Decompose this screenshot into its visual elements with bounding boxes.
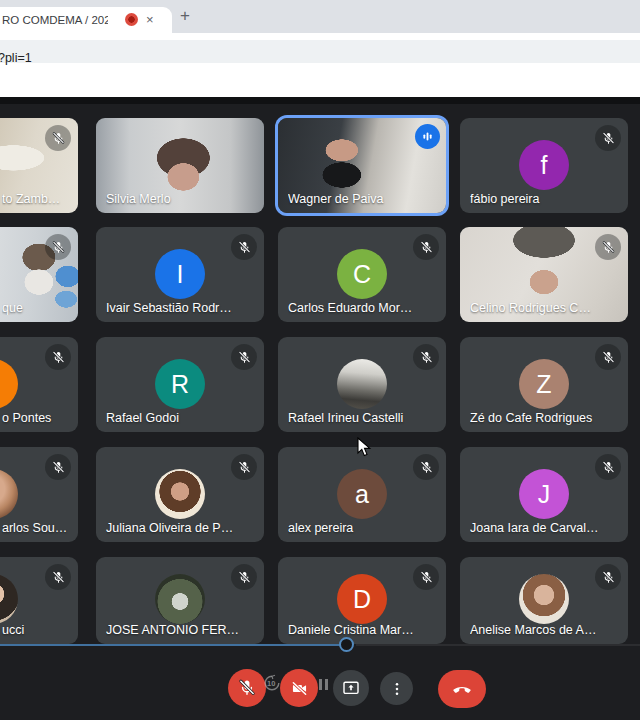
participant-tile[interactable]: R Rafael Godoi — [96, 337, 264, 432]
avatar-photo — [519, 574, 569, 624]
tab-title: RO COMDEMA / 202 — [2, 14, 108, 26]
new-tab-button[interactable]: + — [180, 6, 190, 26]
participant-name: Rafael Irineu Castelli — [288, 411, 438, 425]
participant-tile[interactable]: D Daniele Cristina Mar… — [278, 557, 446, 644]
participant-tile[interactable]: to Zamb… — [0, 118, 78, 213]
mic-muted-icon — [595, 454, 621, 480]
recording-dot-icon — [125, 13, 138, 26]
avatar: R — [155, 359, 205, 409]
mic-muted-icon — [413, 454, 439, 480]
mic-muted-icon — [45, 234, 71, 260]
avatar: I — [155, 249, 205, 299]
participant-tile[interactable]: Anelise Marcos de A… — [460, 557, 628, 644]
camera-toggle-button[interactable] — [280, 669, 318, 707]
avatar-photo — [0, 574, 18, 624]
participant-tile[interactable]: Silvia Merlo — [96, 118, 264, 213]
avatar: C — [337, 249, 387, 299]
avatar: Z — [519, 359, 569, 409]
participant-name: Ivair Sebastião Rodr… — [106, 301, 256, 315]
participant-name: Rafael Godoi — [106, 411, 256, 425]
audio-level-icon — [415, 124, 440, 149]
mic-muted-icon — [45, 125, 71, 151]
mic-muted-icon — [231, 564, 257, 590]
avatar-photo — [0, 469, 18, 519]
participant-tile[interactable]: C Carlos Eduardo Mor… — [278, 227, 446, 322]
mic-muted-icon — [595, 564, 621, 590]
scrubber-track-played[interactable] — [0, 644, 340, 646]
rewind-10-overlay-icon: 10 — [263, 674, 281, 692]
participant-name: JOSE ANTONIO FER… — [106, 623, 256, 637]
mic-muted-icon — [595, 344, 621, 370]
participant-name: Wagner de Paiva — [288, 192, 438, 206]
mic-muted-icon — [231, 344, 257, 370]
participant-name: Anelise Marcos de A… — [470, 623, 620, 637]
participant-tile[interactable]: ucci — [0, 557, 78, 644]
mic-muted-icon — [231, 454, 257, 480]
participant-tile[interactable]: I Ivair Sebastião Rodr… — [96, 227, 264, 322]
avatar: J — [519, 469, 569, 519]
meet-window: RO COMDEMA / 202 × + p?pli=1 to Zamb… Si… — [0, 0, 640, 720]
active-tab[interactable]: RO COMDEMA / 202 × — [0, 7, 172, 33]
participant-tile[interactable]: JOSE ANTONIO FER… — [96, 557, 264, 644]
more-options-icon — [388, 680, 406, 698]
participant-name: alex pereira — [288, 521, 438, 535]
mouse-cursor — [357, 437, 372, 462]
more-options-button[interactable] — [380, 672, 413, 705]
avatar: D — [337, 574, 387, 624]
page-top-strip — [0, 97, 640, 104]
present-screen-button[interactable] — [333, 670, 369, 706]
mic-muted-icon — [45, 454, 71, 480]
avatar-photo — [155, 574, 205, 624]
hang-up-icon — [450, 677, 474, 701]
participant-name: Zé do Cafe Rodrigues — [470, 411, 620, 425]
participant-tile-speaking[interactable]: Wagner de Paiva — [278, 118, 446, 213]
participant-tile[interactable]: o Pontes — [0, 337, 78, 432]
mic-muted-icon — [45, 344, 71, 370]
participant-name: que — [2, 301, 70, 315]
mic-muted-icon — [45, 564, 71, 590]
participant-name: Daniele Cristina Mar… — [288, 623, 438, 637]
address-bar[interactable]: p?pli=1 — [0, 40, 640, 63]
participant-tile[interactable]: Z Zé do Cafe Rodrigues — [460, 337, 628, 432]
avatar: f — [519, 140, 569, 190]
scrubber-handle[interactable] — [339, 637, 354, 652]
participant-tile[interactable]: Juliana Oliveira de P… — [96, 447, 264, 542]
avatar: a — [337, 469, 387, 519]
browser-toolbar: p?pli=1 — [0, 33, 640, 97]
avatar-photo — [337, 359, 387, 409]
pause-overlay-icon — [319, 679, 328, 690]
scrubber-track-remaining[interactable] — [356, 644, 640, 646]
participant-name: Joana Iara de Carval… — [470, 521, 620, 535]
mic-muted-icon — [413, 344, 439, 370]
avatar — [0, 359, 18, 409]
participant-tile[interactable]: J Joana Iara de Carval… — [460, 447, 628, 542]
participant-tile[interactable]: f fábio pereira — [460, 118, 628, 213]
mic-muted-icon — [413, 564, 439, 590]
mic-muted-icon — [595, 234, 621, 260]
participant-tile[interactable]: arlos Sou… — [0, 447, 78, 542]
mic-muted-icon — [595, 125, 621, 151]
participant-name: Juliana Oliveira de P… — [106, 521, 256, 535]
present-screen-icon — [341, 678, 361, 698]
participant-name: o Pontes — [2, 411, 70, 425]
participant-tile[interactable]: Celino Rodrigues C… — [460, 227, 628, 322]
participant-name: fábio pereira — [470, 192, 620, 206]
mic-off-icon — [237, 678, 257, 698]
participant-name: Carlos Eduardo Mor… — [288, 301, 438, 315]
hang-up-button[interactable] — [438, 670, 486, 708]
participant-name: arlos Sou… — [2, 521, 70, 535]
participant-name: Silvia Merlo — [106, 192, 256, 206]
mic-toggle-button[interactable] — [228, 669, 266, 707]
mic-muted-icon — [413, 234, 439, 260]
avatar-photo — [155, 469, 205, 519]
participant-tile[interactable]: que — [0, 227, 78, 322]
participant-tile[interactable]: Rafael Irineu Castelli — [278, 337, 446, 432]
mic-muted-icon — [231, 234, 257, 260]
tab-close-icon[interactable]: × — [146, 11, 154, 28]
participant-name: to Zamb… — [2, 192, 70, 206]
browser-tab-strip: RO COMDEMA / 202 × + — [0, 0, 640, 33]
participant-name: ucci — [2, 623, 70, 637]
url-text: p?pli=1 — [0, 51, 32, 65]
participant-name: Celino Rodrigues C… — [470, 301, 620, 315]
camera-off-icon — [289, 678, 310, 699]
